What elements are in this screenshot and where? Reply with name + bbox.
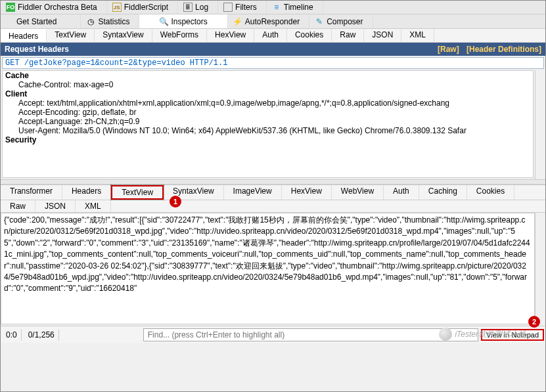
top-tab-row-1: FO Fiddler Orchestra Beta JS FiddlerScri… bbox=[1, 1, 545, 14]
tab-orchestra[interactable]: FO Fiddler Orchestra Beta bbox=[1, 1, 107, 14]
resptab-headers[interactable]: Headers bbox=[62, 185, 111, 200]
tab-inspectors[interactable]: 🔍 Inspectors bbox=[139, 14, 227, 28]
find-input[interactable] bbox=[143, 328, 478, 341]
hdr-group-client: Client bbox=[3, 89, 533, 98]
tab-statistics[interactable]: ◷ Statistics bbox=[81, 15, 139, 28]
compose-icon: ✎ bbox=[315, 17, 324, 26]
tab-autoresponder[interactable]: ⚡ AutoResponder bbox=[228, 15, 309, 28]
tab-label: Timeline bbox=[284, 3, 313, 12]
top-tab-row-2: Get Started ◷ Statistics 🔍 Inspectors ⚡ … bbox=[1, 14, 545, 29]
status-count: 0/1,256 bbox=[24, 329, 59, 341]
resptab-transformer[interactable]: Transformer bbox=[1, 185, 62, 200]
tab-label: Statistics bbox=[98, 17, 129, 26]
scrollbar[interactable] bbox=[535, 70, 545, 179]
hdr-group-cache: Cache bbox=[3, 71, 533, 80]
reqtab-textview[interactable]: TextView bbox=[47, 29, 95, 42]
resptab-webview[interactable]: WebView bbox=[332, 185, 384, 200]
tab-getstarted[interactable]: Get Started bbox=[1, 15, 81, 28]
reqtab-hexview[interactable]: HexView bbox=[207, 29, 254, 42]
tab-log[interactable]: ≣ Log bbox=[178, 1, 218, 14]
tab-label: FiddlerScript bbox=[124, 3, 168, 12]
resptab-caching[interactable]: Caching bbox=[419, 185, 467, 200]
statusbar: 0:0 0/1,256 View in Notepad 2 iTester软件测… bbox=[1, 326, 545, 343]
inspect-icon: 🔍 bbox=[159, 17, 168, 26]
reqtab-xml[interactable]: XML bbox=[401, 29, 434, 42]
header-links: [Raw] [Header Definitions] bbox=[432, 45, 541, 54]
request-line: GET /getJoke?page=1&count=2&type=video H… bbox=[2, 57, 544, 69]
defs-link[interactable]: [Header Definitions] bbox=[466, 45, 541, 54]
log-icon: ≣ bbox=[183, 3, 193, 12]
tab-label: Fiddler Orchestra Beta bbox=[18, 3, 97, 12]
reqtab-json[interactable]: JSON bbox=[364, 29, 401, 42]
bolt-icon: ⚡ bbox=[233, 17, 242, 26]
hdr-group-security: Security bbox=[3, 135, 533, 144]
resptab-json[interactable]: JSON bbox=[35, 200, 76, 212]
fo-icon: FO bbox=[6, 3, 15, 12]
filters-icon bbox=[223, 3, 233, 12]
splitter[interactable] bbox=[1, 179, 545, 185]
resptab-cookies[interactable]: Cookies bbox=[467, 185, 514, 200]
reqtab-webforms[interactable]: WebForms bbox=[152, 29, 207, 42]
tab-label: Log bbox=[195, 3, 208, 12]
hdr-item[interactable]: Cache-Control: max-age=0 bbox=[3, 80, 533, 89]
tab-label: Composer bbox=[327, 17, 363, 26]
request-headers-title: Request Headers bbox=[5, 45, 69, 54]
view-in-notepad-button[interactable]: View in Notepad bbox=[481, 329, 544, 341]
tab-label: Inspectors bbox=[171, 17, 207, 26]
request-tabs: Headers TextView SyntaxView WebForms Hex… bbox=[1, 29, 545, 43]
resptab-auth[interactable]: Auth bbox=[384, 185, 419, 200]
headers-tree[interactable]: Cache Cache-Control: max-age=0 Client Ac… bbox=[2, 70, 534, 178]
response-tabs: Transformer Headers TextView SyntaxView … bbox=[1, 185, 545, 200]
annotation-1: 1 bbox=[170, 196, 181, 207]
resptab-xml[interactable]: XML bbox=[76, 200, 111, 212]
raw-link[interactable]: [Raw] bbox=[438, 45, 459, 54]
resptab-hexview[interactable]: HexView bbox=[282, 185, 332, 200]
resptab-raw[interactable]: Raw bbox=[1, 200, 35, 212]
hdr-item[interactable]: Accept: text/html,application/xhtml+xml,… bbox=[3, 98, 533, 108]
reqtab-cookies[interactable]: Cookies bbox=[287, 29, 332, 42]
timeline-icon: ≡ bbox=[272, 3, 281, 12]
tab-label: AutoResponder bbox=[245, 17, 300, 26]
hdr-item[interactable]: Accept-Encoding: gzip, deflate, br bbox=[3, 108, 533, 117]
reqtab-auth[interactable]: Auth bbox=[254, 29, 287, 42]
tab-label: Filters bbox=[235, 3, 257, 12]
tab-label: Get Started bbox=[16, 17, 57, 26]
response-tabs-row2: Raw JSON XML bbox=[1, 200, 545, 213]
reqtab-syntaxview[interactable]: SyntaxView bbox=[95, 29, 152, 42]
tab-filters[interactable]: Filters bbox=[218, 1, 267, 14]
resptab-textview[interactable]: TextView bbox=[111, 185, 164, 200]
resptab-imageview[interactable]: ImageView bbox=[224, 185, 282, 200]
response-textview[interactable]: {"code":200,"message":"成功!","result":[{"… bbox=[1, 213, 535, 324]
request-headers-bar: Request Headers [Raw] [Header Definition… bbox=[1, 43, 545, 56]
scrollbar[interactable] bbox=[535, 213, 545, 326]
tab-fiddlerscript[interactable]: JS FiddlerScript bbox=[107, 1, 178, 14]
tab-composer[interactable]: ✎ Composer bbox=[309, 15, 373, 28]
hdr-item[interactable]: User-Agent: Mozilla/5.0 (Windows NT 10.0… bbox=[3, 126, 533, 135]
tab-timeline[interactable]: ≡ Timeline bbox=[267, 1, 323, 14]
annotation-2: 2 bbox=[528, 316, 540, 328]
js-icon: JS bbox=[112, 3, 122, 12]
stats-icon: ◷ bbox=[86, 17, 95, 26]
status-pos: 0:0 bbox=[2, 329, 22, 341]
reqtab-headers[interactable]: Headers bbox=[1, 29, 47, 42]
hdr-item[interactable]: Accept-Language: zh-CN,zh;q=0.9 bbox=[3, 117, 533, 126]
reqtab-raw[interactable]: Raw bbox=[332, 29, 364, 42]
